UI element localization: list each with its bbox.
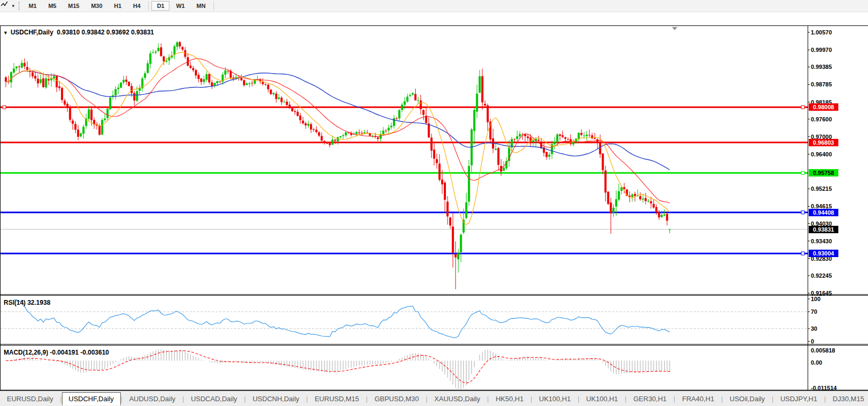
candle-body (655, 207, 657, 213)
price-axis-label: 0.97600 (811, 116, 832, 122)
chart-tab-hk50-h1[interactable]: HK50,H1 (489, 393, 531, 405)
chart-tab-fra40-h1[interactable]: FRA40,H1 (675, 393, 721, 405)
candle-body (117, 87, 119, 89)
timeframe-button-w1[interactable]: W1 (171, 1, 190, 11)
candle-body (454, 254, 457, 258)
timeframe-button-m15[interactable]: M15 (62, 1, 84, 11)
chart-tab-eurusd-daily[interactable]: EURUSD,Daily (0, 393, 60, 405)
candle-body (578, 133, 580, 139)
price-level-tag[interactable]: 0.93004 (809, 250, 838, 257)
macd-axis-label: 0.005818 (811, 347, 835, 354)
candle-body (409, 95, 411, 96)
candle-body (69, 108, 71, 120)
candle-body (468, 166, 470, 201)
chart-tab-uk100-h1[interactable]: UK100,H1 (532, 393, 578, 405)
candle-body (240, 78, 243, 80)
candle-body (366, 133, 368, 133)
timeframe-button-m1[interactable]: M1 (23, 1, 42, 11)
trading-terminal: ▼ M1M5M15M30H1H4D1W1MN ▼USDCHF,Daily 0.9… (0, 0, 868, 406)
candle-body (524, 134, 526, 136)
candle-body (74, 124, 76, 130)
chart-tab-usdjpy-h1[interactable]: USDJPY,H1 (773, 393, 824, 405)
chart-tab-usdchf-daily[interactable]: USDCHF,Daily (62, 392, 121, 405)
chart-tab-ger30-h1[interactable]: GER30,H1 (627, 393, 674, 405)
candle-body (612, 208, 614, 213)
candle-body (243, 80, 245, 85)
candle-body (390, 126, 392, 127)
candle-body (315, 130, 317, 132)
price-axis-label: 0.99970 (811, 47, 832, 53)
toolbar-grip[interactable] (19, 2, 20, 10)
candle-body (664, 215, 666, 216)
timeframe-button-m5[interactable]: M5 (43, 1, 61, 11)
candle-body (385, 130, 387, 131)
chart-tab-gbpusd-m30[interactable]: GBPUSD,M30 (368, 393, 426, 405)
candle-body (37, 79, 39, 84)
chart-tab-uk100-h1[interactable]: UK100,H1 (579, 393, 625, 405)
rsi-indicator-label[interactable]: RSI(14) 32.1938 (4, 299, 50, 306)
candle-body (522, 135, 524, 135)
candle-body (283, 102, 285, 102)
candle-body (567, 139, 569, 140)
candle-body (83, 127, 85, 134)
candle-body (329, 143, 331, 145)
candle-body (492, 138, 494, 148)
candle-body (259, 80, 261, 82)
candle-body (230, 71, 232, 78)
candle-body (312, 129, 315, 130)
timeframe-button-d1[interactable]: D1 (151, 1, 169, 11)
candle-body (548, 155, 550, 157)
candle-body (489, 122, 491, 139)
triangle-down-icon[interactable]: ▼ (3, 30, 8, 36)
chart-tab-eurusd-m15[interactable]: EURUSD,M15 (308, 393, 366, 405)
chart-tab-bar: EURUSD,Daily|USDCHF,Daily|AUDUSD,Daily|U… (0, 391, 868, 406)
chart-tab-xauusd-daily[interactable]: XAUUSD,Daily (427, 393, 487, 405)
candle-body (248, 83, 250, 84)
candle-body (53, 76, 55, 78)
timeframe-button-m30[interactable]: M30 (86, 1, 108, 11)
candle-body (572, 142, 575, 144)
candle-body (192, 68, 194, 70)
price-level-tag[interactable]: 0.94408 (809, 209, 838, 216)
candle-body (45, 78, 47, 87)
macd-indicator-label[interactable]: MACD(12,26,9) -0.004191 -0.003610 (4, 349, 109, 356)
candle-body (286, 102, 288, 105)
price-level-tag[interactable]: 0.95758 (809, 169, 838, 176)
candle-body (398, 110, 400, 119)
candle-body (631, 195, 633, 197)
chart-tab-usdcad-daily[interactable]: USDCAD,Daily (184, 393, 244, 405)
timeframe-button-mn[interactable]: MN (191, 1, 211, 11)
candle-body (462, 220, 464, 233)
candle-body (184, 50, 186, 57)
chevron-down-icon[interactable]: ▼ (11, 4, 15, 8)
candle-body (136, 91, 138, 101)
candle-body (519, 134, 521, 137)
chart-cursor-icon[interactable] (1, 1, 11, 11)
candle-body (513, 139, 515, 139)
price-level-tag[interactable]: 0.96803 (809, 139, 838, 146)
chart-tab-usoil-daily[interactable]: USOil,Daily (723, 393, 772, 405)
candle-body (173, 46, 175, 55)
chart-tab-audusd-daily[interactable]: AUDUSD,Daily (122, 393, 182, 405)
candle-body (155, 51, 157, 52)
price-level-tag[interactable]: 0.98008 (809, 103, 838, 111)
candle-body (621, 187, 623, 191)
timeframe-button-h4[interactable]: H4 (128, 1, 146, 11)
candle-body (369, 133, 371, 136)
candle-body (302, 121, 304, 123)
candle-body (157, 48, 159, 51)
candle-body (149, 54, 151, 64)
candle-body (152, 52, 154, 53)
chart-tab-dj30-m15[interactable]: DJ30,M15 (826, 393, 868, 405)
candle-body (414, 94, 416, 100)
candle-body (465, 202, 467, 218)
candle-body (545, 152, 548, 157)
candle-body (318, 133, 320, 136)
chart-canvas[interactable] (0, 13, 868, 406)
candle-body (637, 196, 639, 196)
timeframe-button-h1[interactable]: H1 (109, 1, 127, 11)
chart-tab-usdcnh-daily[interactable]: USDCNH,Daily (246, 393, 306, 405)
candle-body (5, 77, 7, 82)
chart-ohlc-readout[interactable]: ▼USDCHF,Daily 0.93810 0.93842 0.93692 0.… (3, 29, 154, 36)
candle-body (652, 204, 655, 208)
